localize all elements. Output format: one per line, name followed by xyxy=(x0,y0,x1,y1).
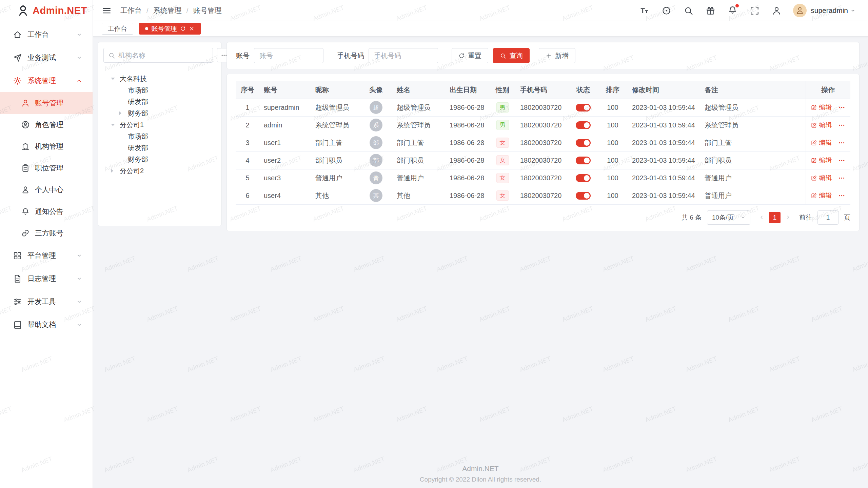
row-more-button[interactable] xyxy=(838,175,845,182)
goto-page-input[interactable] xyxy=(817,210,839,225)
sidebar-subitem-role-mgmt[interactable]: 角色管理 xyxy=(0,114,93,136)
cell-modified-time: 2023-01-03 10:59:44 xyxy=(632,157,695,164)
caret-right-icon[interactable] xyxy=(111,169,120,173)
col-modified-time: 修改时间 xyxy=(628,81,700,99)
edit-button[interactable]: 编辑 xyxy=(811,138,832,147)
cell-sort: 100 xyxy=(607,104,618,111)
status-toggle[interactable] xyxy=(576,104,591,111)
breadcrumb-item[interactable]: 工作台 xyxy=(120,6,142,15)
sidebar-subitem-account-mgmt[interactable]: 账号管理 xyxy=(0,92,93,114)
sidebar-item-label: 角色管理 xyxy=(35,120,63,129)
sidebar-item-dev-tools[interactable]: 开发工具 xyxy=(0,290,93,313)
sidebar-item-log-mgmt[interactable]: 日志管理 xyxy=(0,267,93,290)
chevron-down-icon[interactable] xyxy=(850,8,856,14)
add-button[interactable]: 新增 xyxy=(539,48,575,63)
component-size-icon[interactable] xyxy=(662,6,671,16)
table-row[interactable]: 6 user4 其他 其 其他 1986-06-28 女 18020030720… xyxy=(236,187,850,204)
edit-button[interactable]: 编辑 xyxy=(811,174,832,182)
breadcrumb-item[interactable]: 系统管理 xyxy=(153,6,182,15)
edit-label: 编辑 xyxy=(819,138,832,147)
next-page-button[interactable] xyxy=(782,212,794,223)
close-icon[interactable] xyxy=(189,26,195,32)
tree-node[interactable]: 财务部 xyxy=(103,154,216,165)
phone-filter-input[interactable] xyxy=(369,48,438,63)
tree-node[interactable]: 市场部 xyxy=(103,130,216,142)
tree-node[interactable]: 研发部 xyxy=(103,142,216,154)
tree-node[interactable]: 财务部 xyxy=(103,107,216,119)
theme-icon[interactable] xyxy=(706,6,715,16)
cell-birthday: 1986-06-28 xyxy=(450,104,484,111)
tree-node[interactable]: 分公司2 xyxy=(103,165,216,177)
cell-remark: 部门职员 xyxy=(705,157,732,164)
row-more-button[interactable] xyxy=(838,192,845,199)
account-filter-input[interactable] xyxy=(254,48,323,63)
edit-button[interactable]: 编辑 xyxy=(811,191,832,200)
tree-node[interactable]: 研发部 xyxy=(103,96,216,107)
notification-button[interactable] xyxy=(728,5,737,16)
tree-node[interactable]: 市场部 xyxy=(103,84,216,96)
table-row[interactable]: 4 user2 部门职员 部 部门职员 1986-06-28 女 1802003… xyxy=(236,151,850,169)
chevron-down-icon xyxy=(76,276,82,282)
breadcrumb-separator: / xyxy=(146,6,149,15)
status-toggle[interactable] xyxy=(576,192,591,200)
edit-button[interactable]: 编辑 xyxy=(811,121,832,129)
sidebar-menu: 工作台 业务测试 系统管理 账号管理 角色管理 xyxy=(0,21,93,336)
table-row[interactable]: 2 admin 系统管理员 系 系统管理员 1986-06-28 男 18020… xyxy=(236,116,850,134)
user-avatar[interactable] xyxy=(793,4,807,17)
sidebar-item-help-docs[interactable]: 帮助文档 xyxy=(0,313,93,336)
sidebar-subitem-third-party[interactable]: 三方账号 xyxy=(0,222,93,244)
caret-right-icon[interactable] xyxy=(119,111,128,115)
sidebar-subitem-org-mgmt[interactable]: 机构管理 xyxy=(0,136,93,157)
row-more-button[interactable] xyxy=(838,104,845,111)
row-more-button[interactable] xyxy=(838,157,845,164)
row-more-button[interactable] xyxy=(838,139,845,146)
sidebar-item-workbench[interactable]: 工作台 xyxy=(0,23,93,46)
fullscreen-icon[interactable] xyxy=(750,6,760,16)
edit-button[interactable]: 编辑 xyxy=(811,103,832,112)
reset-button[interactable]: 重置 xyxy=(452,48,488,63)
edit-label: 编辑 xyxy=(819,174,832,182)
cell-modified-time: 2023-01-03 10:59:44 xyxy=(632,192,695,199)
status-toggle[interactable] xyxy=(576,174,591,182)
sidebar-subitem-position-mgmt[interactable]: 职位管理 xyxy=(0,157,93,179)
breadcrumb-item[interactable]: 账号管理 xyxy=(193,6,222,15)
page-size-select[interactable]: 10条/页 xyxy=(707,210,750,225)
sidebar-item-platform-mgmt[interactable]: 平台管理 xyxy=(0,244,93,267)
sidebar-subitem-notice[interactable]: 通知公告 xyxy=(0,201,93,222)
user-settings-icon[interactable] xyxy=(772,6,782,16)
col-nickname: 昵称 xyxy=(311,81,360,99)
search-button[interactable]: 查询 xyxy=(493,48,530,63)
tree-node-label: 分公司1 xyxy=(120,120,144,129)
tree-node[interactable]: 分公司1 xyxy=(103,119,216,130)
edit-button[interactable]: 编辑 xyxy=(811,156,832,165)
cell-index: 4 xyxy=(245,157,249,164)
sidebar-item-business-test[interactable]: 业务测试 xyxy=(0,46,93,69)
refresh-icon[interactable] xyxy=(180,26,186,32)
table-row[interactable]: 5 user3 普通用户 普 普通用户 1986-06-28 女 1802003… xyxy=(236,169,850,187)
username[interactable]: superadmin xyxy=(811,6,848,15)
tab-account-mgmt[interactable]: 账号管理 xyxy=(139,23,201,35)
sidebar-item-system-mgmt[interactable]: 系统管理 xyxy=(0,69,93,92)
table-row[interactable]: 1 superadmin 超级管理员 超 超级管理员 1986-06-28 男 … xyxy=(236,99,850,116)
search-icon[interactable] xyxy=(684,6,693,16)
prev-page-button[interactable] xyxy=(756,212,767,223)
table-row[interactable]: 3 user1 部门主管 部 部门主管 1986-06-28 女 1802003… xyxy=(236,134,850,151)
gender-badge: 男 xyxy=(496,102,509,113)
tab-workbench[interactable]: 工作台 xyxy=(102,23,133,35)
caret-down-icon[interactable] xyxy=(111,78,120,80)
caret-down-icon[interactable] xyxy=(111,124,120,126)
edit-label: 编辑 xyxy=(819,103,832,112)
org-search-input[interactable] xyxy=(118,52,208,59)
status-toggle[interactable] xyxy=(576,121,591,129)
font-size-icon[interactable] xyxy=(639,6,649,16)
row-more-button[interactable] xyxy=(838,122,845,129)
status-toggle[interactable] xyxy=(576,157,591,164)
account-mgmt-section: 账号 手机号码 重置 查询 新增 xyxy=(226,42,860,231)
logo[interactable]: Admin.NET xyxy=(0,0,93,21)
sidebar-subitem-personal-center[interactable]: 个人中心 xyxy=(0,179,93,201)
page-number-button[interactable]: 1 xyxy=(769,212,781,223)
hamburger-menu-icon[interactable] xyxy=(102,6,112,16)
tree-node[interactable]: 大名科技 xyxy=(103,73,216,84)
cell-modified-time: 2023-01-03 10:59:44 xyxy=(632,174,695,182)
status-toggle[interactable] xyxy=(576,139,591,147)
